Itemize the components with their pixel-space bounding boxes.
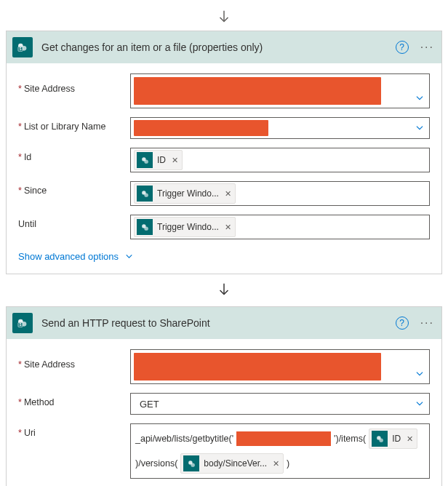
svg-point-9 bbox=[144, 226, 148, 230]
chevron-down-icon[interactable] bbox=[415, 394, 425, 414]
redacted-value bbox=[134, 77, 381, 105]
input-id[interactable]: ID ✕ bbox=[130, 148, 430, 172]
row-method: *Method GET bbox=[18, 393, 430, 415]
svg-point-5 bbox=[144, 159, 148, 163]
svg-text:S: S bbox=[19, 47, 21, 51]
svg-text:S: S bbox=[19, 323, 21, 327]
show-advanced-options-toggle[interactable]: Show advanced options bbox=[18, 251, 134, 262]
row-site-address-2: *Site Address bbox=[18, 349, 430, 384]
row-since: *Since Trigger Windo... ✕ bbox=[18, 181, 430, 206]
redacted-value bbox=[236, 431, 331, 446]
token-remove-icon[interactable]: ✕ bbox=[271, 459, 281, 469]
label-uri: Uri bbox=[24, 428, 36, 438]
help-icon[interactable]: ? bbox=[396, 316, 409, 330]
row-list-library: *List or Library Name bbox=[18, 117, 430, 139]
sharepoint-icon bbox=[137, 186, 153, 202]
token-id[interactable]: ID ✕ bbox=[134, 150, 183, 170]
card-title: Send an HTTP request to SharePoint bbox=[41, 317, 396, 329]
token-remove-icon[interactable]: ✕ bbox=[405, 434, 415, 444]
flow-arrow-top bbox=[6, 9, 442, 26]
token-id[interactable]: ID ✕ bbox=[369, 429, 417, 449]
token-remove-icon[interactable]: ✕ bbox=[170, 156, 180, 165]
token-since-version[interactable]: body/SinceVer... ✕ bbox=[180, 453, 284, 474]
action-card-http-request: S Send an HTTP request to SharePoint ? ·… bbox=[6, 306, 442, 486]
flow-arrow-middle bbox=[6, 282, 442, 299]
card-header[interactable]: S Get changes for an item or a file (pro… bbox=[7, 31, 441, 63]
input-since[interactable]: Trigger Windo... ✕ bbox=[130, 181, 430, 206]
redacted-value bbox=[134, 353, 381, 381]
row-id: *Id ID ✕ bbox=[18, 148, 430, 172]
chevron-down-icon[interactable] bbox=[415, 74, 425, 108]
svg-point-7 bbox=[144, 193, 148, 196]
sharepoint-icon bbox=[137, 219, 153, 235]
token-remove-icon[interactable]: ✕ bbox=[223, 189, 233, 199]
select-method[interactable]: GET bbox=[130, 393, 430, 415]
token-trigger-window-end[interactable]: Trigger Windo... ✕ bbox=[134, 217, 236, 237]
sharepoint-icon bbox=[183, 455, 199, 471]
row-uri: *Uri _api/web/lists/getbytitle(' ')/item… bbox=[18, 423, 430, 479]
svg-point-15 bbox=[379, 438, 383, 442]
row-until: Until Trigger Windo... ✕ bbox=[18, 215, 430, 239]
sharepoint-icon bbox=[137, 152, 153, 168]
label-until: Until bbox=[18, 219, 36, 229]
label-site-address: Site Address bbox=[24, 84, 75, 94]
sharepoint-icon: S bbox=[12, 313, 33, 333]
token-trigger-window-start[interactable]: Trigger Windo... ✕ bbox=[134, 183, 236, 204]
redacted-value bbox=[134, 120, 268, 136]
help-icon[interactable]: ? bbox=[396, 41, 409, 54]
row-site-address: *Site Address bbox=[18, 73, 430, 108]
input-site-address[interactable] bbox=[130, 349, 430, 384]
input-uri[interactable]: _api/web/lists/getbytitle(' ')/items( ID… bbox=[130, 423, 430, 479]
input-until[interactable]: Trigger Windo... ✕ bbox=[130, 215, 430, 239]
input-list-library[interactable] bbox=[130, 117, 430, 139]
more-menu-icon[interactable]: ··· bbox=[419, 316, 436, 330]
sharepoint-icon bbox=[372, 431, 388, 447]
token-remove-icon[interactable]: ✕ bbox=[223, 223, 233, 232]
action-card-get-changes: S Get changes for an item or a file (pro… bbox=[6, 31, 442, 274]
label-id: Id bbox=[24, 152, 31, 162]
sharepoint-icon: S bbox=[12, 37, 33, 57]
card-header[interactable]: S Send an HTTP request to SharePoint ? ·… bbox=[7, 307, 441, 339]
label-list-library: List or Library Name bbox=[24, 122, 106, 132]
more-menu-icon[interactable]: ··· bbox=[419, 41, 436, 54]
label-since: Since bbox=[24, 186, 47, 196]
method-value: GET bbox=[134, 399, 159, 410]
label-site-address: Site Address bbox=[24, 359, 75, 370]
input-site-address[interactable] bbox=[130, 73, 430, 108]
label-method: Method bbox=[24, 397, 55, 407]
chevron-down-icon bbox=[124, 252, 134, 261]
chevron-down-icon[interactable] bbox=[415, 350, 425, 383]
svg-point-17 bbox=[191, 463, 194, 466]
chevron-down-icon[interactable] bbox=[415, 118, 425, 138]
card-title: Get changes for an item or a file (prope… bbox=[41, 41, 396, 53]
